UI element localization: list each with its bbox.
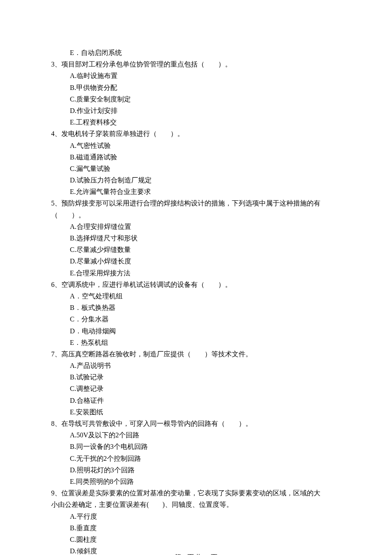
option-text: C.圆柱度: [51, 534, 341, 545]
option-text: A.50V及以下的2个回路: [51, 429, 341, 441]
option-text: B.选择焊缝尺寸和形状: [51, 232, 341, 244]
continuation-text: （ ）。: [51, 209, 341, 221]
option-text: B.试验记录: [51, 371, 341, 383]
option-text: B.同一设备的3个电机回路: [51, 441, 341, 452]
continuation-text: 小由公差确定，主要位置误差有( )、同轴度、位置度等。: [51, 499, 341, 510]
option-text: B.磁道通路试验: [51, 151, 341, 163]
question-text: 6、空调系统中，应进行单机试运转调试的设备有（ ）。: [51, 279, 341, 290]
option-text: B.甲供物资分配: [51, 82, 341, 93]
option-text: A．空气处理机组: [51, 290, 341, 302]
page-footer: 第 4 页 共 11 页: [0, 552, 392, 555]
option-text: E.合理采用焊接方法: [51, 267, 341, 279]
option-text: C.无干扰的2个控制回路: [51, 453, 341, 464]
question-text: 5、预防焊接变形可以采用进行合理的焊接结构设计的措施，下列选项中属于这种措施的有: [51, 197, 341, 209]
document-body: E．自动启闭系统3、项目部对工程分承包单位协管管理的重点包括（ ）。A.临时设施…: [51, 47, 341, 555]
option-text: D.照明花灯的3个回路: [51, 464, 341, 476]
option-text: E．自动启闭系统: [51, 47, 341, 58]
option-text: A.临时设施布置: [51, 70, 341, 81]
option-text: A.合理安排焊缝位置: [51, 221, 341, 232]
option-text: E.安装图纸: [51, 406, 341, 418]
question-text: 8、在导线可共管敷设中，可穿入同一根导管内的回路有（ ）。: [51, 418, 341, 429]
option-text: E.同类照明的8个回路: [51, 476, 341, 487]
option-text: A.气密性试验: [51, 140, 341, 151]
option-text: E.工程资料移交: [51, 116, 341, 128]
option-text: D.合格证件: [51, 395, 341, 406]
option-text: A.平行度: [51, 511, 341, 522]
option-text: E.允许漏气量符合业主要求: [51, 186, 341, 197]
option-text: C.漏气量试验: [51, 163, 341, 174]
question-text: 9、位置误差是实际要素的位置对基准的变动量，它表现了实际要素变动的区域，区域的大: [51, 487, 341, 499]
option-text: B.垂直度: [51, 522, 341, 534]
option-text: D．电动排烟阀: [51, 325, 341, 337]
option-text: D.尽量减小焊缝长度: [51, 255, 341, 267]
option-text: E．热泵机组: [51, 337, 341, 348]
option-text: C.尽量减少焊缝数量: [51, 244, 341, 255]
option-text: B．板式换热器: [51, 302, 341, 313]
option-text: D.作业计划安排: [51, 105, 341, 116]
question-text: 4、发电机转子穿装前应单独进行（ ）。: [51, 128, 341, 139]
question-text: 3、项目部对工程分承包单位协管管理的重点包括（ ）。: [51, 58, 341, 70]
question-text: 7、高压真空断路器在验收时，制造厂应提供（ ）等技术文件。: [51, 348, 341, 360]
option-text: C.调整记录: [51, 383, 341, 394]
option-text: C．分集水器: [51, 313, 341, 325]
option-text: A.产品说明书: [51, 360, 341, 371]
option-text: C.质量安全制度制定: [51, 93, 341, 105]
option-text: D.试验压力符合制造厂规定: [51, 174, 341, 186]
